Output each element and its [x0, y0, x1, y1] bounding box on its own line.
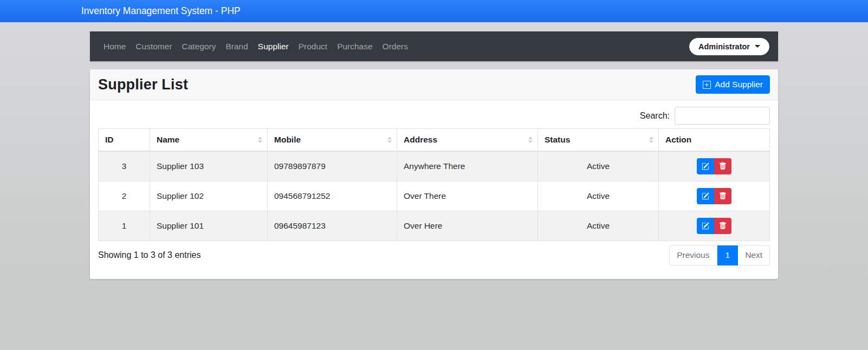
column-header-mobile[interactable]: Mobile	[268, 129, 397, 151]
entries-info: Showing 1 to 3 of 3 entries	[98, 250, 200, 260]
main-navbar: Home Customer Category Brand Supplier Pr…	[90, 31, 778, 61]
pagination-next[interactable]: Next	[738, 245, 770, 265]
sort-icon	[258, 137, 262, 143]
app-title-bar: Inventory Management System - PHP	[0, 0, 868, 22]
cell-id: 1	[99, 211, 150, 241]
nav-items: Home Customer Category Brand Supplier Pr…	[99, 37, 413, 56]
cell-status: Active	[538, 211, 659, 241]
delete-button[interactable]	[714, 218, 731, 234]
edit-button[interactable]	[697, 158, 714, 174]
page-title: Supplier List	[98, 76, 188, 93]
table-row: 3Supplier 10309789897879Anywhere ThereAc…	[99, 151, 770, 182]
administrator-dropdown-button[interactable]: Administrator	[689, 38, 769, 55]
trash-icon	[719, 222, 727, 230]
edit-icon	[702, 192, 709, 200]
cell-status: Active	[538, 151, 659, 182]
cell-mobile: 094568791252	[268, 181, 397, 211]
add-supplier-label: Add Supplier	[715, 80, 763, 89]
table-footer: Showing 1 to 3 of 3 entries Previous 1 N…	[98, 245, 770, 265]
plus-square-icon	[703, 81, 711, 89]
column-header-id[interactable]: ID	[99, 129, 150, 151]
edit-button[interactable]	[697, 218, 714, 234]
trash-icon	[719, 192, 727, 200]
nav-item-orders[interactable]: Orders	[378, 37, 413, 56]
nav-item-supplier[interactable]: Supplier	[253, 37, 294, 56]
cell-action	[659, 151, 770, 182]
cell-action	[659, 211, 770, 241]
edit-icon	[702, 222, 709, 230]
card-body: Search: ID Name Mobile	[90, 100, 778, 279]
nav-item-purchase[interactable]: Purchase	[332, 37, 377, 56]
cell-address: Over There	[397, 181, 538, 211]
edit-icon	[702, 163, 709, 170]
pagination-previous[interactable]: Previous	[669, 245, 717, 265]
nav-item-product[interactable]: Product	[294, 37, 332, 56]
cell-status: Active	[538, 181, 659, 211]
search-row: Search:	[98, 107, 770, 125]
cell-action	[659, 181, 770, 211]
app-title: Inventory Management System - PHP	[81, 5, 241, 17]
sort-icon	[528, 137, 533, 143]
administrator-label: Administrator	[698, 42, 750, 51]
cell-address: Over Here	[397, 211, 538, 241]
search-label: Search:	[640, 111, 670, 121]
cell-mobile: 09789897879	[268, 151, 397, 182]
cell-id: 3	[99, 151, 150, 182]
card-header: Supplier List Add Supplier	[90, 69, 778, 100]
delete-button[interactable]	[714, 188, 731, 204]
pagination: Previous 1 Next	[669, 245, 770, 265]
trash-icon	[719, 162, 727, 170]
nav-item-home[interactable]: Home	[99, 37, 131, 56]
cell-name: Supplier 101	[150, 211, 268, 241]
cell-name: Supplier 102	[150, 181, 268, 211]
supplier-table: ID Name Mobile Address	[98, 128, 770, 241]
cell-mobile: 09645987123	[268, 211, 397, 241]
sort-icon	[649, 137, 653, 143]
pagination-page-1[interactable]: 1	[717, 245, 739, 265]
search-input[interactable]	[675, 107, 770, 125]
nav-item-customer[interactable]: Customer	[131, 37, 177, 56]
caret-down-icon	[755, 45, 760, 48]
edit-button[interactable]	[697, 188, 714, 204]
cell-name: Supplier 103	[150, 151, 268, 182]
column-header-status[interactable]: Status	[538, 129, 659, 151]
nav-item-category[interactable]: Category	[177, 37, 221, 56]
sort-icon	[387, 137, 392, 143]
table-row: 1Supplier 10109645987123Over HereActive	[99, 211, 770, 241]
column-header-action: Action	[659, 129, 770, 151]
table-header-row: ID Name Mobile Address	[99, 129, 770, 151]
add-supplier-button[interactable]: Add Supplier	[696, 75, 770, 94]
delete-button[interactable]	[714, 158, 731, 174]
cell-id: 2	[99, 181, 150, 211]
cell-address: Anywhere There	[397, 151, 538, 182]
nav-item-brand[interactable]: Brand	[221, 37, 252, 56]
supplier-list-card: Supplier List Add Supplier Search:	[90, 69, 778, 279]
table-row: 2Supplier 102094568791252Over ThereActiv…	[99, 181, 770, 211]
column-header-address[interactable]: Address	[397, 129, 538, 151]
column-header-name[interactable]: Name	[150, 129, 268, 151]
